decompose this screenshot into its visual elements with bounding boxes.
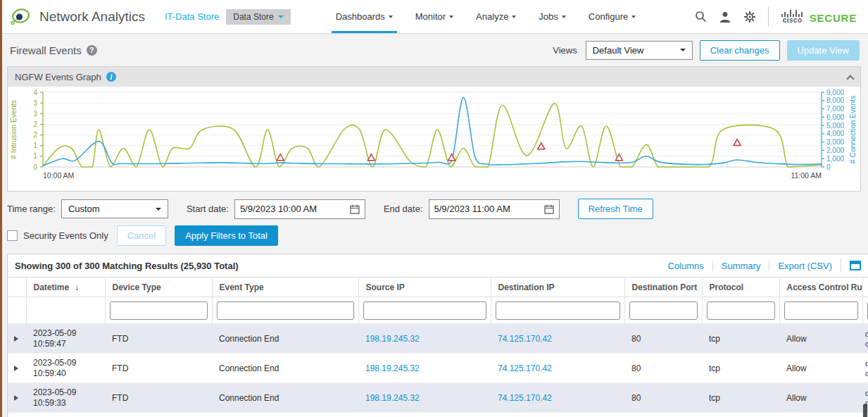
- divider: [841, 259, 841, 273]
- start-date-label: Start date:: [187, 204, 229, 214]
- table-row: 2023-05-09: [8, 413, 868, 417]
- chevron-down-icon: [512, 15, 516, 18]
- access-control-rule-cell: Allow: [779, 354, 862, 383]
- col-access-control-rule[interactable]: Access Control Rul...: [779, 278, 862, 297]
- access-control-filter-input[interactable]: [784, 301, 858, 320]
- data-store-badge[interactable]: Data Store: [226, 9, 290, 25]
- col-destination-ip[interactable]: Destination IP: [491, 278, 624, 297]
- protocol-filter-input[interactable]: [707, 301, 775, 320]
- chevron-down-icon: [562, 15, 566, 18]
- row-expander[interactable]: [8, 383, 26, 413]
- destination-ip-link[interactable]: 74.125.170.42: [498, 334, 552, 344]
- graph-panel-header: NGFW Events Graph i: [8, 67, 860, 87]
- nav-configure[interactable]: Configure: [589, 0, 636, 33]
- cancel-button[interactable]: Cancel: [117, 225, 166, 246]
- collapse-chevron-icon[interactable]: [846, 75, 854, 82]
- views-select[interactable]: Default View: [586, 41, 693, 60]
- vertical-scrollbar-thumb[interactable]: [863, 404, 867, 417]
- source-ip-link[interactable]: 198.19.245.32: [365, 363, 420, 373]
- destination-ip-link[interactable]: 74.125.170.42: [498, 363, 552, 373]
- col-datetime[interactable]: Datetime↓: [26, 278, 105, 297]
- user-icon[interactable]: [719, 11, 731, 23]
- svg-text:1,000: 1,000: [826, 155, 844, 163]
- calendar-icon[interactable]: [350, 204, 360, 214]
- destination-ip-filter-input[interactable]: [496, 301, 620, 320]
- col-source-ip[interactable]: Source IP: [358, 278, 491, 297]
- update-view-button[interactable]: Update View: [787, 40, 860, 61]
- row-expander[interactable]: [8, 324, 26, 354]
- refresh-time-button[interactable]: Refresh Time: [578, 199, 653, 219]
- source-ip-link[interactable]: 198.19.245.32: [365, 393, 420, 403]
- destination-port-cell: 80: [624, 324, 702, 354]
- columns-link[interactable]: Columns: [660, 261, 713, 271]
- table-header-row: Datetime↓ Device Type Event Type Source …: [8, 278, 868, 297]
- col-label: Access Control Rul...: [787, 282, 863, 292]
- device-type-filter-input[interactable]: [110, 301, 208, 320]
- filter-cell: [702, 297, 779, 324]
- intrusion-alert-marker[interactable]: [277, 154, 284, 161]
- destination-port-cell: 80: [624, 383, 702, 413]
- row-expander[interactable]: [8, 413, 26, 417]
- views-controls: Views Default View Clear changes Update …: [553, 40, 860, 61]
- maximize-icon[interactable]: [850, 261, 861, 270]
- truncated-cell: dc: [862, 324, 868, 354]
- filter-cell: [105, 297, 212, 324]
- time-range-select[interactable]: Custom: [61, 199, 168, 218]
- data-store-badge-label: Data Store: [233, 12, 273, 22]
- network-analytics-logo-icon: [10, 6, 31, 27]
- info-icon[interactable]: i: [106, 72, 116, 82]
- domain-link[interactable]: IT-Data Store: [165, 11, 219, 22]
- source-ip-link[interactable]: 198.19.245.32: [365, 334, 420, 344]
- clear-changes-button[interactable]: Clear changes: [700, 40, 780, 61]
- expand-row-icon[interactable]: [14, 366, 18, 371]
- col-destination-port[interactable]: Destination Port: [624, 278, 702, 297]
- event-type-cell: Connection End: [212, 354, 358, 383]
- access-control-rule-cell: [779, 413, 862, 417]
- end-date-input[interactable]: [434, 204, 532, 214]
- col-device-type[interactable]: Device Type: [105, 278, 212, 297]
- search-icon[interactable]: [695, 11, 707, 23]
- help-icon[interactable]: ?: [87, 45, 97, 56]
- window-edge-strip: [0, 0, 2, 417]
- security-events-only-checkbox[interactable]: [7, 230, 18, 241]
- calendar-icon[interactable]: [544, 204, 554, 214]
- col-event-type[interactable]: Event Type: [212, 278, 358, 297]
- nav-jobs[interactable]: Jobs: [539, 0, 565, 33]
- filter-actions: Security Events Only Cancel Apply Filter…: [7, 225, 861, 246]
- device-type-cell: FTD: [105, 383, 212, 413]
- nav-label: Monitor: [415, 11, 446, 22]
- row-expander[interactable]: [8, 354, 26, 383]
- intrusion-alert-marker[interactable]: [448, 154, 455, 161]
- nav-dashboards[interactable]: Dashboards: [336, 0, 393, 33]
- intrusion-alert-marker[interactable]: [367, 154, 375, 161]
- start-date-input[interactable]: [240, 204, 337, 214]
- apply-filters-button[interactable]: Apply Filters to Total: [175, 225, 278, 246]
- table-filter-row: [8, 297, 868, 324]
- svg-text:0: 0: [826, 163, 831, 171]
- filter-cell: [779, 297, 862, 324]
- nav-monitor[interactable]: Monitor: [415, 0, 453, 33]
- col-protocol[interactable]: Protocol: [702, 278, 779, 297]
- graph-panel-title: NGFW Events Graph: [15, 72, 101, 82]
- destination-ip-link[interactable]: 74.125.170.42: [498, 393, 552, 403]
- intrusion-alert-marker[interactable]: [538, 143, 545, 149]
- svg-text:4: 4: [33, 89, 37, 97]
- source-ip-cell: 198.19.245.32: [358, 383, 491, 413]
- source-ip-cell: 198.19.245.32: [358, 324, 491, 354]
- destination-port-filter-input[interactable]: [629, 301, 698, 320]
- event-type-cell: Connection End: [212, 383, 358, 413]
- export-csv-link[interactable]: Export (CSV): [769, 261, 841, 271]
- svg-text:9,000: 9,000: [826, 89, 844, 97]
- event-type-filter-input[interactable]: [217, 301, 354, 320]
- gear-icon[interactable]: [743, 11, 756, 23]
- col-truncated[interactable]: A: [862, 278, 868, 297]
- nav-analyze[interactable]: Analyze: [476, 0, 516, 33]
- sort-desc-icon[interactable]: ↓: [75, 282, 79, 292]
- table-row: 2023-05-0910:59:47FTDConnection End198.1…: [8, 324, 868, 354]
- expand-row-icon[interactable]: [14, 336, 18, 342]
- protocol-cell: tcp: [702, 324, 779, 354]
- expand-row-icon[interactable]: [14, 395, 18, 401]
- summary-link[interactable]: Summary: [713, 261, 770, 271]
- source-ip-filter-input[interactable]: [363, 301, 486, 320]
- intrusion-alert-marker[interactable]: [734, 139, 741, 146]
